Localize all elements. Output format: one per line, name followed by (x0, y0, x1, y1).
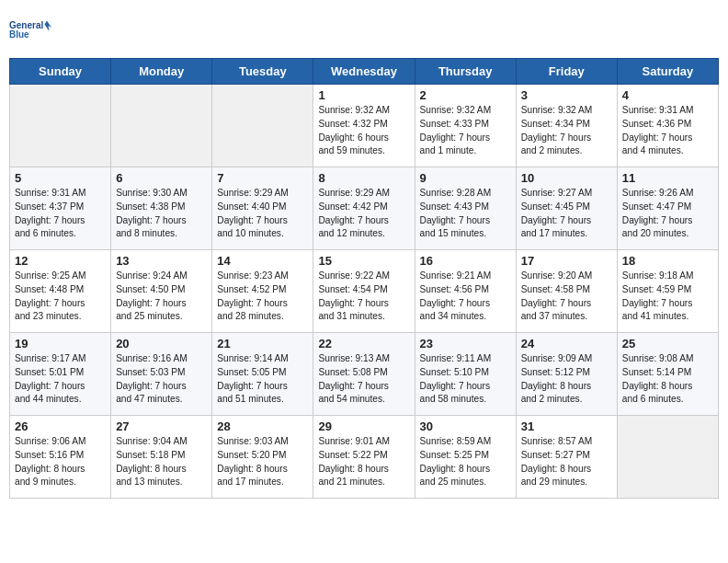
svg-text:General: General (9, 20, 43, 30)
calendar-cell: 16Sunrise: 9:21 AM Sunset: 4:56 PM Dayli… (415, 250, 516, 333)
day-number: 3 (521, 88, 612, 102)
calendar-cell: 23Sunrise: 9:11 AM Sunset: 5:10 PM Dayli… (415, 333, 516, 416)
calendar-cell: 26Sunrise: 9:06 AM Sunset: 5:16 PM Dayli… (10, 416, 111, 499)
calendar-cell: 11Sunrise: 9:26 AM Sunset: 4:47 PM Dayli… (617, 167, 718, 250)
day-number: 19 (15, 337, 106, 350)
calendar-cell: 18Sunrise: 9:18 AM Sunset: 4:59 PM Dayli… (617, 250, 718, 333)
day-info: Sunrise: 9:03 AM Sunset: 5:20 PM Dayligh… (217, 435, 308, 489)
day-number: 1 (318, 88, 409, 102)
day-number: 31 (521, 419, 612, 433)
day-number: 9 (420, 171, 511, 185)
day-number: 12 (15, 254, 106, 268)
calendar-cell: 19Sunrise: 9:17 AM Sunset: 5:01 PM Dayli… (10, 333, 111, 416)
calendar-cell: 17Sunrise: 9:20 AM Sunset: 4:58 PM Dayli… (516, 250, 617, 333)
day-info: Sunrise: 9:09 AM Sunset: 5:12 PM Dayligh… (521, 352, 612, 407)
day-number: 7 (217, 171, 308, 185)
day-number: 28 (217, 419, 308, 433)
weekday-header: Sunday (10, 59, 111, 85)
day-info: Sunrise: 9:22 AM Sunset: 4:54 PM Dayligh… (318, 270, 409, 324)
calendar-cell: 14Sunrise: 9:23 AM Sunset: 4:52 PM Dayli… (212, 250, 313, 333)
day-info: Sunrise: 9:32 AM Sunset: 4:32 PM Dayligh… (318, 104, 409, 158)
calendar-cell: 7Sunrise: 9:29 AM Sunset: 4:40 PM Daylig… (212, 167, 313, 250)
calendar-cell: 29Sunrise: 9:01 AM Sunset: 5:22 PM Dayli… (313, 416, 415, 499)
day-number: 23 (420, 337, 511, 350)
calendar-cell: 27Sunrise: 9:04 AM Sunset: 5:18 PM Dayli… (111, 416, 212, 499)
day-number: 5 (15, 171, 106, 185)
day-number: 16 (420, 254, 511, 268)
day-info: Sunrise: 9:27 AM Sunset: 4:45 PM Dayligh… (521, 187, 612, 241)
calendar-cell: 28Sunrise: 9:03 AM Sunset: 5:20 PM Dayli… (212, 416, 313, 499)
day-info: Sunrise: 9:31 AM Sunset: 4:37 PM Dayligh… (15, 187, 106, 241)
calendar-cell (10, 85, 111, 167)
day-info: Sunrise: 9:08 AM Sunset: 5:14 PM Dayligh… (622, 352, 713, 407)
weekday-header: Tuesday (212, 59, 313, 85)
day-info: Sunrise: 9:16 AM Sunset: 5:03 PM Dayligh… (116, 352, 207, 407)
calendar-cell: 25Sunrise: 9:08 AM Sunset: 5:14 PM Dayli… (617, 333, 718, 416)
day-number: 30 (420, 419, 511, 433)
day-number: 25 (622, 337, 713, 350)
day-number: 18 (622, 254, 713, 268)
day-number: 20 (116, 337, 207, 350)
calendar-cell: 13Sunrise: 9:24 AM Sunset: 4:50 PM Dayli… (111, 250, 212, 333)
day-number: 29 (318, 419, 409, 433)
day-number: 2 (420, 88, 511, 102)
day-info: Sunrise: 9:23 AM Sunset: 4:52 PM Dayligh… (217, 270, 308, 324)
day-number: 13 (116, 254, 207, 268)
calendar-header-row: SundayMondayTuesdayWednesdayThursdayFrid… (10, 59, 719, 85)
calendar-cell: 6Sunrise: 9:30 AM Sunset: 4:38 PM Daylig… (111, 167, 212, 250)
day-info: Sunrise: 9:28 AM Sunset: 4:43 PM Dayligh… (420, 187, 511, 241)
day-info: Sunrise: 9:17 AM Sunset: 5:01 PM Dayligh… (15, 352, 106, 407)
calendar-cell: 30Sunrise: 8:59 AM Sunset: 5:25 PM Dayli… (415, 416, 516, 499)
day-number: 14 (217, 254, 308, 268)
day-info: Sunrise: 9:25 AM Sunset: 4:48 PM Dayligh… (15, 270, 106, 324)
calendar-cell: 9Sunrise: 9:28 AM Sunset: 4:43 PM Daylig… (415, 167, 516, 250)
calendar-cell (111, 85, 212, 167)
logo-svg: General Blue (9, 9, 55, 51)
day-info: Sunrise: 9:20 AM Sunset: 4:58 PM Dayligh… (521, 270, 612, 324)
calendar-cell: 22Sunrise: 9:13 AM Sunset: 5:08 PM Dayli… (313, 333, 415, 416)
day-info: Sunrise: 9:26 AM Sunset: 4:47 PM Dayligh… (622, 187, 713, 241)
day-info: Sunrise: 9:32 AM Sunset: 4:34 PM Dayligh… (521, 104, 612, 158)
day-number: 17 (521, 254, 612, 268)
calendar-cell: 1Sunrise: 9:32 AM Sunset: 4:32 PM Daylig… (313, 85, 415, 167)
weekday-header: Thursday (415, 59, 516, 85)
day-info: Sunrise: 9:06 AM Sunset: 5:16 PM Dayligh… (15, 435, 106, 489)
day-info: Sunrise: 9:29 AM Sunset: 4:42 PM Dayligh… (318, 187, 409, 241)
day-info: Sunrise: 9:30 AM Sunset: 4:38 PM Dayligh… (116, 187, 207, 241)
calendar-table: SundayMondayTuesdayWednesdayThursdayFrid… (9, 58, 719, 499)
day-info: Sunrise: 9:29 AM Sunset: 4:40 PM Dayligh… (217, 187, 308, 241)
calendar-cell: 12Sunrise: 9:25 AM Sunset: 4:48 PM Dayli… (10, 250, 111, 333)
day-info: Sunrise: 9:21 AM Sunset: 4:56 PM Dayligh… (420, 270, 511, 324)
calendar-cell: 4Sunrise: 9:31 AM Sunset: 4:36 PM Daylig… (617, 85, 718, 167)
day-number: 26 (15, 419, 106, 433)
calendar-week-row: 26Sunrise: 9:06 AM Sunset: 5:16 PM Dayli… (10, 416, 719, 499)
calendar-cell: 21Sunrise: 9:14 AM Sunset: 5:05 PM Dayli… (212, 333, 313, 416)
day-info: Sunrise: 9:31 AM Sunset: 4:36 PM Dayligh… (622, 104, 713, 158)
day-info: Sunrise: 9:13 AM Sunset: 5:08 PM Dayligh… (318, 352, 409, 407)
svg-text:Blue: Blue (9, 29, 29, 40)
day-number: 21 (217, 337, 308, 350)
day-number: 24 (521, 337, 612, 350)
day-info: Sunrise: 9:18 AM Sunset: 4:59 PM Dayligh… (622, 270, 713, 324)
day-info: Sunrise: 8:57 AM Sunset: 5:27 PM Dayligh… (521, 435, 612, 489)
calendar-week-row: 5Sunrise: 9:31 AM Sunset: 4:37 PM Daylig… (10, 167, 719, 250)
day-number: 8 (318, 171, 409, 185)
calendar-cell: 10Sunrise: 9:27 AM Sunset: 4:45 PM Dayli… (516, 167, 617, 250)
calendar-week-row: 12Sunrise: 9:25 AM Sunset: 4:48 PM Dayli… (10, 250, 719, 333)
calendar-cell: 3Sunrise: 9:32 AM Sunset: 4:34 PM Daylig… (516, 85, 617, 167)
calendar-cell (212, 85, 313, 167)
weekday-header: Wednesday (313, 59, 415, 85)
day-number: 10 (521, 171, 612, 185)
calendar-cell: 15Sunrise: 9:22 AM Sunset: 4:54 PM Dayli… (313, 250, 415, 333)
calendar-cell: 5Sunrise: 9:31 AM Sunset: 4:37 PM Daylig… (10, 167, 111, 250)
logo: General Blue (9, 9, 55, 51)
day-number: 15 (318, 254, 409, 268)
day-info: Sunrise: 9:24 AM Sunset: 4:50 PM Dayligh… (116, 270, 207, 324)
day-number: 22 (318, 337, 409, 350)
calendar-week-row: 19Sunrise: 9:17 AM Sunset: 5:01 PM Dayli… (10, 333, 719, 416)
day-info: Sunrise: 9:14 AM Sunset: 5:05 PM Dayligh… (217, 352, 308, 407)
calendar-cell: 8Sunrise: 9:29 AM Sunset: 4:42 PM Daylig… (313, 167, 415, 250)
page-header: General Blue (9, 9, 719, 51)
day-info: Sunrise: 9:04 AM Sunset: 5:18 PM Dayligh… (116, 435, 207, 489)
day-number: 27 (116, 419, 207, 433)
